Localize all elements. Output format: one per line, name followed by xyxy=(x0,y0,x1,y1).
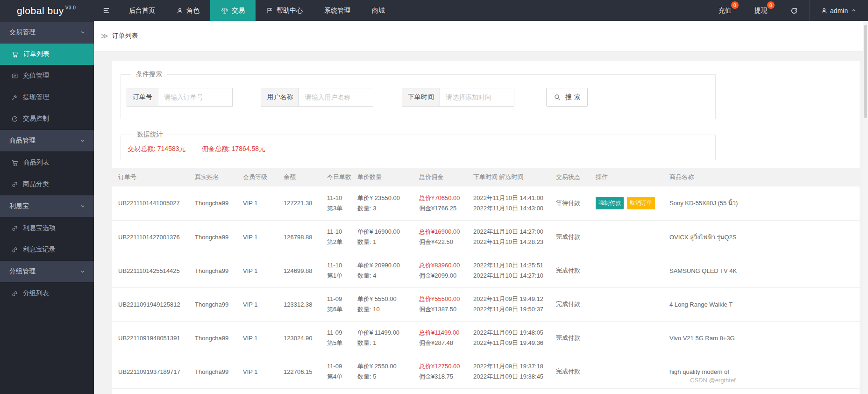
admin-menu[interactable]: admin xyxy=(809,0,868,21)
commission: 佣金¥287.48 xyxy=(419,338,467,348)
quantity: 数量: 1 xyxy=(357,338,413,348)
hamburger-menu-icon[interactable] xyxy=(94,0,118,21)
sidebar-group-header[interactable]: 交易管理 xyxy=(0,21,94,43)
gauge-icon xyxy=(11,115,18,122)
sidebar-item[interactable]: 商品列表 xyxy=(0,152,94,173)
sidebar-item[interactable]: 分组列表 xyxy=(0,283,94,304)
real-name-cell: Thongcha99 xyxy=(189,220,237,254)
search-button[interactable]: 搜 索 xyxy=(546,88,588,107)
time-cell: 2022年11月10日 14:41:002022年11月10日 14:43:00 xyxy=(467,186,550,220)
top-menu-item[interactable]: 后台首页 xyxy=(118,0,166,21)
column-header: 今日单数 xyxy=(321,168,351,186)
price-qty-cell: 单价¥ 11499.00数量: 1 xyxy=(351,321,413,355)
top-menu-item[interactable]: 交易 xyxy=(210,0,256,21)
column-header: 交易状态 xyxy=(550,168,590,186)
actions-cell xyxy=(590,321,663,355)
top-menu-item[interactable]: 系统管理 xyxy=(313,0,361,21)
sidebar-item[interactable]: 利息宝选项 xyxy=(0,217,94,239)
cancel-order-button[interactable]: 取消订单 xyxy=(627,197,655,209)
column-header: 商品名称 xyxy=(663,168,860,186)
search-button-label: 搜 索 xyxy=(565,93,580,101)
top-menu-item[interactable]: 角色 xyxy=(166,0,210,21)
order-list-card: 条件搜索 订单号 用户名称 下单时间 搜 索 xyxy=(112,61,860,394)
total-price: 总价¥55500.00 xyxy=(419,294,467,304)
balance-cell: 127221.38 xyxy=(277,186,321,220)
sidebar-item-label: 商品列表 xyxy=(23,158,50,167)
table-row: UB2211101427001376Thongcha99VIP 1126798.… xyxy=(112,220,860,254)
unit-price: 单价¥ 20990.00 xyxy=(357,260,413,271)
stats-legend: 数据统计 xyxy=(132,130,168,139)
real-name-cell: Thongcha99 xyxy=(189,321,237,355)
chevron-down-icon xyxy=(80,203,85,209)
order-time-field-label: 下单时间 xyxy=(402,88,440,106)
vertical-scrollbar-thumb[interactable] xyxy=(864,25,867,118)
top-menu-item[interactable]: 帮助中心 xyxy=(256,0,313,21)
chevron-down-icon xyxy=(80,269,85,274)
quantity: 数量: 3 xyxy=(357,203,413,214)
today-date: 11-09 xyxy=(327,294,351,304)
sidebar-group-header[interactable]: 利息宝 xyxy=(0,195,94,217)
table-row: UB2211091948051391Thongcha99VIP 1123024.… xyxy=(112,321,860,355)
unfreeze-time: 2022年11月09日 19:38:45 xyxy=(473,372,550,382)
sidebar-group-header[interactable]: 商品管理 xyxy=(0,129,94,152)
withdraw-button[interactable]: 提现 0 xyxy=(743,0,779,21)
top-menu-item[interactable]: 商城 xyxy=(361,0,396,21)
commission: 佣金¥2099.00 xyxy=(419,271,467,281)
actions-cell xyxy=(590,287,663,321)
order-no-cell: UB2211101441005027 xyxy=(112,186,189,220)
app-version: V3.0 xyxy=(65,5,76,10)
order-no-input[interactable] xyxy=(158,88,232,106)
sidebar-item-label: 订单列表 xyxy=(23,50,50,58)
today-orders-cell: 11-10第1单 xyxy=(321,254,351,287)
column-header: 余额 xyxy=(277,168,321,186)
total-commission-cell: 总价¥83960.00佣金¥2099.00 xyxy=(413,254,467,287)
balance-cell: 124699.88 xyxy=(277,254,321,287)
order-time: 2022年11月10日 14:27:00 xyxy=(473,227,550,237)
sidebar-group-label: 商品管理 xyxy=(9,136,36,145)
price-qty-cell: 单价¥ 23550.00数量: 3 xyxy=(351,186,413,220)
force-pay-button[interactable]: 强制付款 xyxy=(596,197,624,209)
today-date: 11-09 xyxy=(327,361,351,372)
user-name-input[interactable] xyxy=(299,88,373,106)
cart-icon xyxy=(11,51,19,58)
sidebar-item[interactable]: 商品分类 xyxy=(0,173,94,195)
order-time-input[interactable] xyxy=(440,88,514,106)
total-price: 总价¥12750.00 xyxy=(419,361,467,372)
today-seq: 第5单 xyxy=(327,338,351,348)
sidebar-item[interactable]: 充值管理 xyxy=(0,65,94,86)
recharge-button[interactable]: 充值 0 xyxy=(707,0,743,21)
order-no-cell: UB2211091937189717 xyxy=(112,355,189,388)
sidebar-item[interactable]: 提现管理 xyxy=(0,86,94,108)
main-area: ≫ 订单列表 条件搜索 订单号 用户名称 下单时间 xyxy=(94,21,868,394)
level-cell: VIP 1 xyxy=(237,220,277,254)
sidebar-group-label: 交易管理 xyxy=(9,28,36,36)
sidebar-group-header[interactable]: 分组管理 xyxy=(0,260,94,283)
order-no-cell: UB2211091949125812 xyxy=(112,287,189,321)
quantity: 数量: 1 xyxy=(357,237,413,247)
sidebar-item[interactable]: 利息宝记录 xyxy=(0,239,94,260)
column-header: 会员等级 xyxy=(237,168,277,186)
product-name-cell: Vivo V21 5G Ram 8+3G xyxy=(663,321,860,355)
sidebar-item[interactable]: 订单列表 xyxy=(0,43,94,65)
link-icon xyxy=(11,181,18,188)
today-seq: 第2单 xyxy=(327,237,351,247)
total-price: 总价¥83960.00 xyxy=(419,260,467,271)
today-date: 11-09 xyxy=(327,328,351,338)
refresh-button[interactable] xyxy=(779,0,809,21)
balance-cell: 122706.15 xyxy=(277,355,321,388)
today-orders-cell: 11-09第6单 xyxy=(321,287,351,321)
level-cell: VIP 1 xyxy=(237,287,277,321)
column-header: 下单时间 解冻时间 xyxy=(467,168,550,186)
column-header: 总价佣金 xyxy=(413,168,467,186)
total-commission-cell: 总价¥12750.00佣金¥318.75 xyxy=(413,355,467,388)
chevron-up-icon xyxy=(851,7,857,14)
stats-fieldset: 数据统计 交易总额: 714583元 佣金总额: 17864.58元 xyxy=(121,130,716,160)
search-fieldset: 条件搜索 订单号 用户名称 下单时间 搜 索 xyxy=(121,70,716,119)
unfreeze-time: 2022年11月09日 19:50:37 xyxy=(473,304,550,315)
sidebar-item[interactable]: 交易控制 xyxy=(0,108,94,129)
sidebar-item-label: 利息宝选项 xyxy=(23,224,56,232)
top-menu-item-label: 系统管理 xyxy=(324,7,350,15)
total-commission-cell: 总价¥16900.00佣金¥422.50 xyxy=(413,220,467,254)
column-header: 单价数量 xyxy=(351,168,413,186)
search-legend: 条件搜索 xyxy=(131,70,167,79)
